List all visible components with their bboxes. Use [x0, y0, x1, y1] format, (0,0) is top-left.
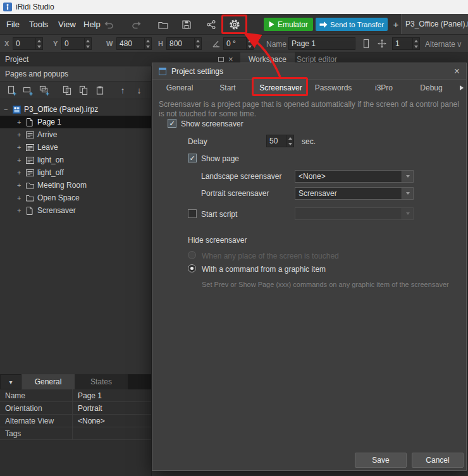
expand-icon[interactable]: +: [17, 143, 26, 151]
document-tab[interactable]: P3_Office (Panel).i: [401, 14, 468, 34]
tab-general[interactable]: General: [22, 374, 75, 389]
start-script-checkbox[interactable]: [188, 209, 197, 218]
settings-gear-icon[interactable]: [227, 18, 242, 32]
project-tree: − P3_Office (Panel).irpz + Page 1 + Arri…: [0, 99, 151, 217]
move-icon[interactable]: [378, 39, 386, 48]
dialog-tab-start[interactable]: Start: [206, 80, 250, 96]
property-row-alternate-view[interactable]: Alternate View <None>: [0, 415, 151, 427]
menu-view[interactable]: View: [58, 20, 76, 29]
property-value[interactable]: Portrait: [73, 402, 151, 414]
dialog-tab-i3pro[interactable]: i3Pro: [361, 80, 407, 96]
x-input[interactable]: [13, 38, 35, 49]
expand-icon[interactable]: +: [17, 194, 26, 202]
add-group-icon[interactable]: [36, 83, 52, 97]
tree-item-leave[interactable]: + Leave: [0, 141, 151, 154]
expand-icon[interactable]: +: [17, 131, 26, 138]
x-spinner[interactable]: [13, 37, 43, 50]
dialog-tab-debug[interactable]: Debug: [410, 80, 452, 96]
delay-spinner[interactable]: [266, 135, 294, 147]
y-spinner[interactable]: [61, 37, 92, 50]
expand-icon[interactable]: +: [17, 169, 26, 176]
expand-icon[interactable]: +: [17, 207, 26, 214]
property-row-orientation[interactable]: Orientation Portrait: [0, 402, 151, 415]
height-input[interactable]: [167, 38, 194, 49]
add-popup-icon[interactable]: [20, 83, 36, 97]
menu-help[interactable]: Help: [83, 20, 101, 29]
move-down-icon[interactable]: ↓: [131, 83, 147, 97]
tree-item-scrensaver[interactable]: + Scrensaver: [0, 204, 151, 217]
collapse-icon[interactable]: −: [4, 106, 13, 113]
dialog-tab-screensaver[interactable]: Screensaver: [254, 80, 308, 96]
properties-tabs: ▾ General States: [0, 374, 151, 389]
property-value[interactable]: Page 1: [73, 389, 151, 401]
width-input[interactable]: [117, 38, 144, 49]
angle-spin-buttons[interactable]: [246, 38, 253, 49]
folder-icon: [26, 195, 37, 202]
height-spinner[interactable]: [166, 37, 202, 50]
send-to-transfer-label: Send to Transfer: [330, 21, 384, 28]
undo-icon[interactable]: [101, 18, 116, 32]
property-value[interactable]: <None>: [73, 415, 151, 427]
tree-item-light-on[interactable]: + light_on: [0, 154, 151, 166]
tree-item-open-space[interactable]: + Open Space: [0, 192, 151, 204]
move-up-icon[interactable]: ↑: [114, 83, 131, 97]
portrait-screensaver-dropdown[interactable]: Scrensaver: [295, 187, 414, 200]
dialog-close-icon[interactable]: ×: [454, 66, 460, 76]
expand-icon[interactable]: +: [17, 181, 26, 189]
new-tab-button[interactable]: +: [391, 19, 401, 30]
float-panel-icon[interactable]: [218, 57, 224, 62]
x-spin-buttons[interactable]: [35, 38, 42, 49]
expand-icon[interactable]: +: [17, 156, 26, 164]
scale-spinner[interactable]: [392, 37, 420, 50]
tree-item-arrive[interactable]: + Arrive: [0, 128, 151, 141]
dropdown-arrow-icon[interactable]: [402, 188, 413, 199]
show-screensaver-checkbox[interactable]: ✓: [168, 119, 176, 128]
properties-dropdown-icon[interactable]: ▾: [0, 374, 22, 389]
width-spinner[interactable]: [116, 37, 152, 50]
menu-tools[interactable]: Tools: [29, 20, 48, 29]
share-icon[interactable]: [204, 18, 219, 32]
tabs-overflow-icon[interactable]: [460, 85, 464, 90]
expand-icon[interactable]: +: [17, 118, 26, 126]
open-folder-icon[interactable]: [156, 18, 171, 32]
delay-input[interactable]: [267, 135, 286, 147]
send-to-transfer-button[interactable]: Send to Transfer: [316, 18, 388, 31]
tree-item-meeting-room[interactable]: + Meeting Room: [0, 179, 151, 192]
tree-item-page-1[interactable]: + Page 1: [0, 116, 151, 128]
radio-command[interactable]: [188, 264, 196, 272]
angle-input[interactable]: [224, 38, 245, 49]
dialog-tab-passwords[interactable]: Passwords: [309, 80, 357, 96]
emulator-button[interactable]: Emulator: [264, 18, 313, 31]
copy-page-icon[interactable]: [75, 83, 92, 97]
orientation-icon[interactable]: [361, 38, 371, 49]
add-page-icon[interactable]: [3, 83, 20, 97]
y-input[interactable]: [62, 38, 83, 49]
tree-root[interactable]: − P3_Office (Panel).irpz: [0, 103, 151, 116]
save-button[interactable]: Save: [355, 453, 407, 468]
property-value[interactable]: [73, 427, 151, 439]
width-spin-buttons[interactable]: [144, 38, 151, 49]
tab-states[interactable]: States: [75, 374, 128, 389]
scale-input[interactable]: [393, 38, 412, 49]
alternate-label: Alternate v: [425, 40, 461, 49]
property-row-name[interactable]: Name Page 1: [0, 389, 151, 402]
property-row-tags[interactable]: Tags: [0, 427, 151, 440]
duplicate-page-icon[interactable]: [59, 83, 75, 97]
dropdown-arrow-icon[interactable]: [402, 171, 413, 182]
tree-item-light-off[interactable]: + light_off: [0, 166, 151, 179]
save-icon[interactable]: [179, 18, 194, 32]
menu-file[interactable]: File: [6, 20, 20, 29]
scale-spin-buttons[interactable]: [412, 38, 419, 49]
start-script-value: [295, 208, 402, 219]
show-page-checkbox[interactable]: ✓: [188, 154, 197, 162]
delay-spin-buttons[interactable]: [286, 135, 293, 147]
height-spin-buttons[interactable]: [194, 38, 201, 49]
dialog-tab-general[interactable]: General: [157, 80, 202, 96]
landscape-screensaver-dropdown[interactable]: <None>: [295, 170, 414, 183]
y-spin-buttons[interactable]: [84, 38, 91, 49]
name-input[interactable]: [288, 37, 355, 50]
redo-icon[interactable]: [128, 18, 144, 32]
paste-icon[interactable]: [92, 83, 108, 97]
angle-spinner[interactable]: [223, 37, 254, 50]
cancel-button[interactable]: Cancel: [412, 453, 464, 468]
